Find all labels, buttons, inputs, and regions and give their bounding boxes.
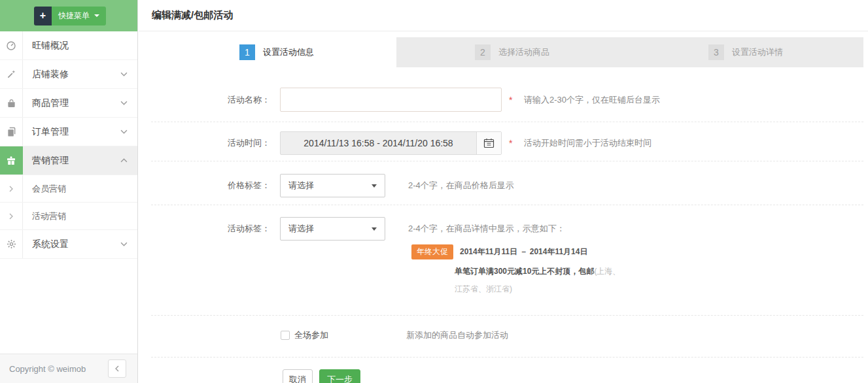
all-join-label: 全场参加 [294,329,328,341]
chevron-down-icon [120,242,128,246]
next-step-button[interactable]: 下一步 [319,369,360,383]
copyright-text: Copyright © weimob [9,364,86,374]
all-join-checkbox[interactable] [281,331,290,340]
sidebar-item-activity-marketing[interactable]: 活动营销 [0,203,137,230]
sidebar-item-label: 订单管理 [32,126,69,138]
activity-tag-selected-value: 请选择 [288,223,314,235]
chevron-right-icon [0,175,23,202]
sidebar-item-label: 系统设置 [32,239,69,250]
sidebar-footer: Copyright © weimob [0,354,137,383]
sidebar-item-dashboard[interactable]: 旺铺概况 [0,31,137,60]
calendar-button[interactable] [476,132,501,154]
sidebar-spacer [0,259,137,354]
sidebar-item-label: 店铺装修 [32,69,69,80]
activity-name-label: 活动名称： [139,94,270,106]
wand-icon [0,60,23,88]
step-label: 设置活动详情 [732,46,783,58]
chevron-down-icon [120,72,128,76]
sidebar-item-label: 旺铺概况 [32,40,69,52]
price-tag-row: 价格标签： 请选择 2-4个字，在商品价格后显示 [139,161,868,205]
example-badge: 年终大促 [411,244,453,259]
example-description-regions: 江苏省、浙江省) [455,284,620,295]
sidebar-item-product-management[interactable]: 商品管理 [0,89,137,118]
activity-tag-row: 活动标签： 请选择 2-4个字，在商品详情中显示，示意如下： 年终大促 2014… [139,205,868,315]
date-range-value: 2014/11/13 16:58 - 2014/11/20 16:58 [281,132,476,154]
activity-tag-label: 活动标签： [139,217,270,241]
price-tag-select[interactable]: 请选择 [280,174,385,197]
price-tag-hint: 2-4个字，在商品价格后显示 [408,180,514,192]
dashboard-icon [0,31,23,59]
caret-down-icon [372,184,377,188]
quick-menu-label: 快捷菜单 [58,10,90,22]
copy-icon [0,118,23,146]
date-range-field[interactable]: 2014/11/13 16:58 - 2014/11/20 16:58 [280,131,502,155]
activity-name-row: 活动名称： * 请输入2-30个字，仅在旺铺后台显示 [139,67,868,122]
quick-menu-button[interactable]: + 快捷菜单 [34,7,106,25]
activity-tag-hint: 2-4个字，在商品详情中显示，示意如下： [408,217,620,241]
collapse-sidebar-button[interactable] [108,359,126,378]
step-3-activity-details[interactable]: 3 设置活动详情 [630,37,863,67]
step-number: 3 [708,44,724,60]
chevron-down-icon [120,129,128,134]
step-label: 选择活动商品 [498,46,549,58]
required-asterisk: * [509,95,514,105]
gear-icon [0,230,23,258]
sidebar-item-order-management[interactable]: 订单管理 [0,118,137,146]
step-number: 2 [475,44,491,60]
sidebar-header: + 快捷菜单 [0,0,137,31]
form-actions: 取消 下一步 [139,358,868,383]
calendar-icon [483,138,495,148]
activity-time-row: 活动时间： 2014/11/13 16:58 - 2014/11/20 16:5… [139,122,868,161]
activity-name-input[interactable] [280,88,502,112]
chevron-up-icon [120,158,128,163]
price-tag-label: 价格标签： [139,180,270,192]
sidebar-item-label: 营销管理 [32,155,69,167]
plus-icon: + [34,7,52,25]
chevron-right-icon [0,203,23,229]
caret-down-icon [372,227,377,231]
sidebar-item-system-settings[interactable]: 系统设置 [0,230,137,259]
step-label: 设置活动信息 [263,46,314,58]
price-tag-selected-value: 请选择 [288,180,314,192]
activity-name-hint: 请输入2-30个字，仅在旺铺后台显示 [524,94,660,106]
sidebar-item-label: 会员营销 [32,183,66,195]
required-asterisk: * [509,138,514,148]
activity-tag-select[interactable]: 请选择 [280,217,385,241]
sidebar-item-marketing-management[interactable]: 营销管理 [0,146,137,175]
step-number: 1 [239,44,255,60]
all-join-hint: 新添加的商品自动参加活动 [406,329,508,341]
gift-icon [0,146,23,175]
sidebar-item-label: 活动营销 [32,210,66,222]
cancel-button[interactable]: 取消 [283,369,313,383]
activity-time-hint: 活动开始时间需小于活动结束时间 [524,137,651,149]
bag-icon [0,89,23,117]
sidebar-item-label: 商品管理 [32,97,69,109]
chevron-left-icon [115,365,119,372]
step-2-select-products[interactable]: 2 选择活动商品 [396,37,630,67]
example-date-range: 2014年11月11日 － 2014年11月14日 [460,246,587,258]
all-join-row: 全场参加 新添加的商品自动参加活动 [139,316,868,357]
sidebar-item-member-marketing[interactable]: 会员营销 [0,175,137,203]
caret-down-icon [94,14,99,17]
sidebar: + 快捷菜单 旺铺概况 [0,0,138,383]
app: + 快捷菜单 旺铺概况 [0,0,868,383]
page-title: 编辑满减/包邮活动 [152,9,233,22]
main-content: 编辑满减/包邮活动 1 设置活动信息 2 选择活动商品 3 设置活动详情 活动名… [139,0,868,383]
wizard-steps: 1 设置活动信息 2 选择活动商品 3 设置活动详情 [151,37,863,67]
tag-example: 年终大促 2014年11月11日 － 2014年11月14日 单笔订单满300元… [408,244,620,315]
step-1-activity-info[interactable]: 1 设置活动信息 [151,37,396,67]
example-description: 单笔订单满300元减10元上不封顶，包邮(上海、 [455,266,620,277]
sidebar-item-shop-design[interactable]: 店铺装修 [0,60,137,89]
chevron-down-icon [120,101,128,105]
activity-time-label: 活动时间： [139,137,270,149]
sidebar-nav: 旺铺概况 店铺装修 [0,31,137,259]
